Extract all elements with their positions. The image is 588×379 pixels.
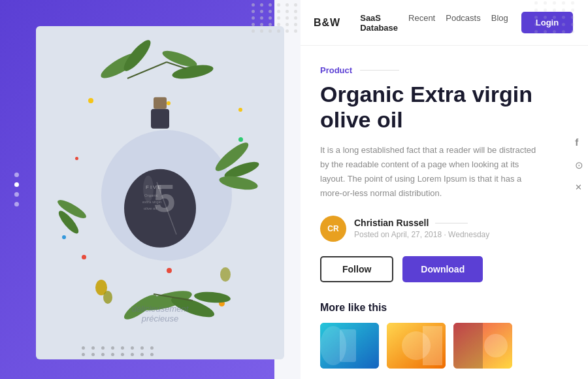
product-description: It is a long established fact that a rea… [320, 143, 542, 201]
svg-point-13 [171, 63, 214, 82]
author-name: Christian Russell [354, 218, 429, 228]
svg-point-11 [120, 37, 154, 74]
logo: B&W [314, 17, 340, 29]
instagram-icon[interactable]: ⊙ [575, 160, 583, 170]
scatter-dot [238, 137, 243, 142]
svg-text:olive oil: olive oil [144, 206, 157, 210]
scatter-dot [62, 235, 66, 239]
left-panel: 5 FIVE Organic extra virgin olive oil [0, 0, 301, 379]
scatter-dot [75, 157, 78, 160]
product-content: Product Organic Extra virgin olive oil I… [301, 46, 588, 379]
social-sidebar: f ⊙ ✕ [566, 131, 588, 198]
product-title: Organic Extra virgin olive oil [320, 82, 573, 133]
more-card-1[interactable] [320, 323, 379, 369]
svg-point-10 [98, 48, 144, 82]
svg-rect-0 [154, 97, 167, 109]
scatter-dot [219, 301, 225, 306]
svg-rect-31 [340, 329, 356, 362]
download-button[interactable]: Download [402, 256, 483, 282]
author-info: Christian Russell Posted on April, 27, 2… [354, 218, 489, 239]
svg-line-15 [167, 62, 186, 69]
svg-rect-1 [151, 109, 169, 129]
svg-text:Organic: Organic [144, 193, 158, 197]
svg-point-22 [193, 291, 231, 305]
svg-point-26 [95, 280, 107, 295]
more-card-3[interactable] [453, 323, 512, 369]
slide-indicators [14, 173, 19, 206]
author-avatar: CR [320, 216, 346, 242]
product-image-area: 5 FIVE Organic extra virgin olive oil [36, 26, 284, 359]
right-panel: B&W SaaS Database Recent Podcasts Blog L… [301, 0, 588, 379]
scatter-dot [238, 108, 242, 112]
bottom-dots [82, 346, 157, 356]
nav-link-podcasts[interactable]: Podcasts [446, 13, 480, 33]
page-container: 5 FIVE Organic extra virgin olive oil [0, 0, 588, 379]
svg-rect-34 [423, 326, 442, 365]
nav-link-saas[interactable]: SaaS Database [360, 13, 398, 33]
scatter-dot [88, 98, 93, 103]
product-line-divider [360, 70, 399, 71]
nav-link-blog[interactable]: Blog [491, 13, 508, 33]
twitter-icon[interactable]: ✕ [575, 183, 583, 191]
corner-dots [534, 1, 576, 33]
slide-dot-1[interactable] [14, 173, 19, 177]
svg-line-23 [154, 294, 193, 301]
author-section: CR Christian Russell Posted on April, 27… [320, 216, 573, 242]
facebook-icon[interactable]: f [575, 137, 583, 147]
more-cards [320, 323, 573, 369]
slide-dot-2[interactable] [14, 182, 19, 187]
nav-links: SaaS Database Recent Podcasts Blog [360, 13, 508, 33]
action-buttons: Follow Download [320, 256, 573, 282]
follow-button[interactable]: Follow [320, 256, 393, 282]
author-line [435, 223, 468, 223]
author-name-row: Christian Russell [354, 218, 489, 228]
svg-line-14 [127, 62, 167, 78]
svg-text:extra virgin: extra virgin [142, 200, 161, 204]
watermark-text: délicieusement précieuse [132, 304, 189, 323]
bottle-svg: 5 FIVE Organic extra virgin olive oil [121, 91, 199, 276]
scatter-dot [82, 255, 86, 259]
svg-point-37 [484, 334, 508, 357]
svg-point-27 [103, 291, 112, 304]
more-section: More like this [320, 302, 573, 369]
more-section-title: More like this [320, 302, 573, 314]
svg-point-28 [220, 267, 231, 282]
product-tag: Product [320, 65, 352, 75]
svg-point-25 [56, 208, 81, 237]
svg-point-24 [56, 197, 88, 221]
svg-text:FIVE: FIVE [146, 184, 163, 190]
slide-dot-3[interactable] [14, 192, 19, 197]
slide-dot-4[interactable] [14, 202, 19, 206]
product-label-row: Product [320, 65, 573, 75]
svg-point-12 [161, 48, 199, 70]
nav-link-recent[interactable]: Recent [408, 13, 435, 33]
svg-rect-36 [453, 323, 483, 369]
more-card-2[interactable] [387, 323, 446, 369]
decorative-dots-top [252, 3, 299, 33]
author-date: Posted on April, 27, 2018 · Wednesday [354, 230, 489, 239]
